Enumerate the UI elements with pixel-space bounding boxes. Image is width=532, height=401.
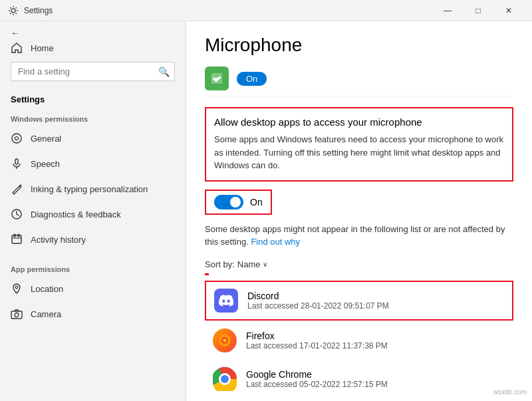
- svg-point-15: [223, 338, 227, 342]
- chrome-time: Last accessed 05-02-2022 12:57:15 PM: [246, 380, 388, 389]
- allow-desktop-section: Allow desktop apps to access your microp…: [205, 107, 513, 182]
- sidebar-item-inking[interactable]: Inking & typing personalization: [0, 176, 186, 201]
- apps-list: Discord Last accessed 28-01-2022 09:51:0…: [205, 281, 513, 398]
- firefox-name: Firefox: [246, 331, 388, 341]
- search-icon: 🔍: [158, 67, 170, 77]
- find-out-why-link[interactable]: Find out why: [251, 237, 300, 247]
- app-permissions-label: App permissions: [0, 260, 186, 276]
- windows-permissions-label: Windows permissions: [0, 110, 186, 126]
- note-text-content: Some desktop apps might not appear in th…: [205, 224, 505, 247]
- svg-rect-10: [11, 311, 22, 319]
- home-item-label: Home: [31, 43, 54, 53]
- sidebar-item-location[interactable]: Location: [0, 276, 186, 301]
- close-button[interactable]: ✕: [493, 0, 524, 21]
- chrome-info: Google Chrome Last accessed 05-02-2022 1…: [246, 369, 388, 389]
- partial-status-toggle: On: [237, 72, 267, 86]
- sidebar: ← General Home 🔍 Settings Windows permis…: [0, 21, 186, 401]
- sort-value: Name: [237, 259, 261, 269]
- speech-icon: [11, 158, 23, 170]
- sort-bar: Sort by: Name ∨: [205, 259, 513, 269]
- title-bar-text: Settings: [24, 6, 432, 15]
- discord-name: Discord: [247, 291, 389, 301]
- location-label: Location: [31, 284, 63, 294]
- svg-rect-3: [15, 159, 18, 164]
- firefox-info: Firefox Last accessed 17-01-2022 11:37:3…: [246, 331, 388, 350]
- red-accent-line: [205, 273, 209, 275]
- diagnostics-icon: [11, 208, 23, 220]
- activity-label: Activity history: [31, 235, 86, 245]
- page-title: Microphone: [205, 35, 513, 56]
- watermark: wsxdn.com: [493, 388, 527, 396]
- allow-section-title: Allow desktop apps to access your microp…: [214, 116, 504, 128]
- speech-label: Speech: [31, 159, 60, 169]
- svg-point-1: [12, 134, 21, 143]
- discord-info: Discord Last accessed 28-01-2022 09:51:0…: [247, 291, 389, 311]
- settings-icon: [8, 5, 19, 16]
- sidebar-item-general[interactable]: General: [0, 126, 186, 151]
- chrome-name: Google Chrome: [246, 369, 388, 380]
- svg-point-9: [15, 286, 18, 289]
- sidebar-item-diagnostics[interactable]: Diagnostics & feedback: [0, 201, 186, 227]
- toggle-label: On: [250, 197, 263, 207]
- activity-icon: [11, 233, 23, 245]
- svg-point-11: [15, 313, 19, 317]
- sidebar-item-camera[interactable]: Camera: [0, 301, 186, 327]
- back-arrow-icon: ←: [11, 28, 19, 38]
- diagnostics-label: Diagnostics & feedback: [31, 209, 121, 219]
- discord-app-icon: [214, 289, 238, 313]
- sidebar-item-activity[interactable]: Activity history: [0, 227, 186, 252]
- svg-point-18: [221, 375, 229, 383]
- search-container: 🔍: [11, 62, 175, 81]
- window-controls: — □ ✕: [432, 0, 524, 21]
- search-input[interactable]: [11, 62, 175, 81]
- minimize-button[interactable]: —: [432, 0, 463, 21]
- sidebar-item-speech[interactable]: Speech: [0, 151, 186, 176]
- privacy-label: Settings: [0, 92, 186, 110]
- camera-label: Camera: [31, 309, 61, 319]
- firefox-app-icon: [213, 329, 237, 352]
- maximize-button[interactable]: □: [463, 0, 493, 21]
- sort-by-label: Sort by:: [205, 259, 235, 269]
- location-icon: [11, 283, 23, 295]
- app-row-discord: Discord Last accessed 28-01-2022 09:51:0…: [205, 281, 513, 321]
- app-row-firefox: Firefox Last accessed 17-01-2022 11:37:3…: [205, 322, 513, 359]
- discord-time: Last accessed 28-01-2022 09:51:07 PM: [247, 301, 389, 311]
- toggle-container: On: [205, 190, 272, 215]
- general-label: General: [31, 134, 61, 144]
- camera-icon: [11, 308, 23, 320]
- partial-app-row: On: [205, 67, 513, 96]
- content-area: Microphone On Allow desktop apps to acce…: [186, 21, 532, 401]
- chrome-app-icon: [213, 367, 237, 391]
- general-icon: [11, 132, 23, 144]
- inking-icon: [11, 183, 23, 195]
- app-row-chrome: Google Chrome Last accessed 05-02-2022 1…: [205, 360, 513, 398]
- sort-dropdown[interactable]: Name ∨: [237, 259, 268, 269]
- svg-rect-6: [12, 235, 21, 243]
- partial-app-icon: [205, 67, 229, 90]
- svg-point-0: [11, 9, 15, 13]
- note-text: Some desktop apps might not appear in th…: [205, 223, 513, 249]
- microphone-toggle[interactable]: [214, 195, 243, 209]
- svg-point-2: [15, 137, 19, 140]
- app-container: ← General Home 🔍 Settings Windows permis…: [0, 21, 532, 401]
- title-bar: Settings — □ ✕: [0, 0, 532, 21]
- home-icon: [11, 42, 23, 54]
- allow-section-desc: Some apps and Windows features need to a…: [214, 133, 504, 172]
- sort-chevron-icon: ∨: [263, 261, 267, 268]
- sidebar-item-home[interactable]: Home: [0, 39, 186, 62]
- inking-label: Inking & typing personalization: [31, 184, 148, 194]
- firefox-time: Last accessed 17-01-2022 11:37:38 PM: [246, 341, 388, 350]
